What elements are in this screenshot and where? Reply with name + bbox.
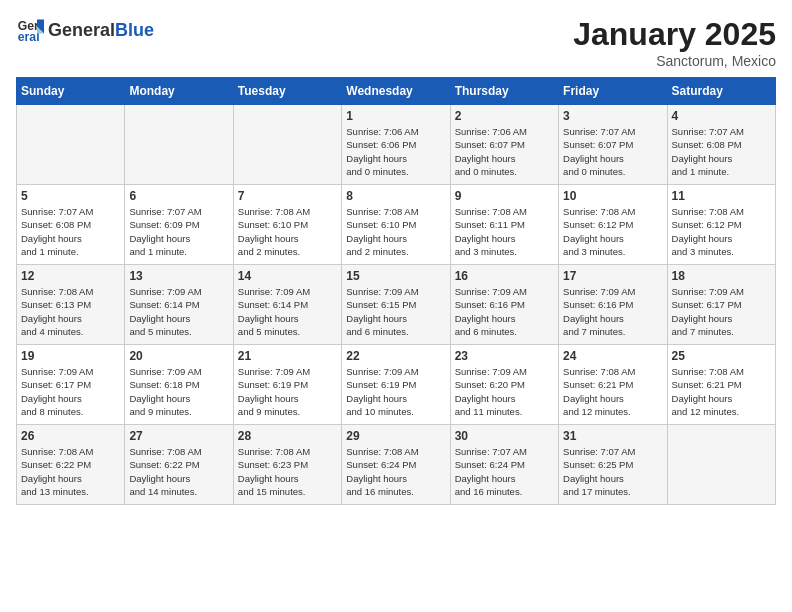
day-number: 16 bbox=[455, 269, 554, 283]
calendar-cell: 29Sunrise: 7:08 AMSunset: 6:24 PMDayligh… bbox=[342, 425, 450, 505]
calendar-cell: 22Sunrise: 7:09 AMSunset: 6:19 PMDayligh… bbox=[342, 345, 450, 425]
title-block: January 2025 Sanctorum, Mexico bbox=[573, 16, 776, 69]
calendar-cell: 31Sunrise: 7:07 AMSunset: 6:25 PMDayligh… bbox=[559, 425, 667, 505]
header-sunday: Sunday bbox=[17, 78, 125, 105]
calendar-week-1: 1Sunrise: 7:06 AMSunset: 6:06 PMDaylight… bbox=[17, 105, 776, 185]
day-info: Sunrise: 7:07 AMSunset: 6:09 PMDaylight … bbox=[129, 205, 228, 258]
day-info: Sunrise: 7:09 AMSunset: 6:16 PMDaylight … bbox=[455, 285, 554, 338]
logo: Gen eral GeneralBlue bbox=[16, 16, 154, 44]
calendar-title: January 2025 bbox=[573, 16, 776, 53]
calendar-cell: 18Sunrise: 7:09 AMSunset: 6:17 PMDayligh… bbox=[667, 265, 775, 345]
day-number: 20 bbox=[129, 349, 228, 363]
day-number: 25 bbox=[672, 349, 771, 363]
day-info: Sunrise: 7:07 AMSunset: 6:24 PMDaylight … bbox=[455, 445, 554, 498]
day-info: Sunrise: 7:09 AMSunset: 6:16 PMDaylight … bbox=[563, 285, 662, 338]
days-header-row: Sunday Monday Tuesday Wednesday Thursday… bbox=[17, 78, 776, 105]
calendar-cell: 12Sunrise: 7:08 AMSunset: 6:13 PMDayligh… bbox=[17, 265, 125, 345]
day-info: Sunrise: 7:09 AMSunset: 6:18 PMDaylight … bbox=[129, 365, 228, 418]
day-number: 13 bbox=[129, 269, 228, 283]
calendar-cell: 15Sunrise: 7:09 AMSunset: 6:15 PMDayligh… bbox=[342, 265, 450, 345]
calendar-cell: 30Sunrise: 7:07 AMSunset: 6:24 PMDayligh… bbox=[450, 425, 558, 505]
header-monday: Monday bbox=[125, 78, 233, 105]
day-number: 18 bbox=[672, 269, 771, 283]
calendar-cell: 16Sunrise: 7:09 AMSunset: 6:16 PMDayligh… bbox=[450, 265, 558, 345]
day-number: 21 bbox=[238, 349, 337, 363]
day-info: Sunrise: 7:09 AMSunset: 6:20 PMDaylight … bbox=[455, 365, 554, 418]
day-info: Sunrise: 7:09 AMSunset: 6:14 PMDaylight … bbox=[129, 285, 228, 338]
logo-text-blue: Blue bbox=[115, 20, 154, 40]
day-info: Sunrise: 7:08 AMSunset: 6:21 PMDaylight … bbox=[672, 365, 771, 418]
calendar-cell: 13Sunrise: 7:09 AMSunset: 6:14 PMDayligh… bbox=[125, 265, 233, 345]
logo-text-general: General bbox=[48, 20, 115, 40]
calendar-cell: 4Sunrise: 7:07 AMSunset: 6:08 PMDaylight… bbox=[667, 105, 775, 185]
header-friday: Friday bbox=[559, 78, 667, 105]
day-number: 5 bbox=[21, 189, 120, 203]
day-info: Sunrise: 7:08 AMSunset: 6:22 PMDaylight … bbox=[21, 445, 120, 498]
day-number: 26 bbox=[21, 429, 120, 443]
header-thursday: Thursday bbox=[450, 78, 558, 105]
calendar-week-5: 26Sunrise: 7:08 AMSunset: 6:22 PMDayligh… bbox=[17, 425, 776, 505]
day-info: Sunrise: 7:07 AMSunset: 6:25 PMDaylight … bbox=[563, 445, 662, 498]
calendar-cell: 8Sunrise: 7:08 AMSunset: 6:10 PMDaylight… bbox=[342, 185, 450, 265]
day-info: Sunrise: 7:07 AMSunset: 6:08 PMDaylight … bbox=[21, 205, 120, 258]
header-saturday: Saturday bbox=[667, 78, 775, 105]
day-number: 27 bbox=[129, 429, 228, 443]
calendar-cell: 9Sunrise: 7:08 AMSunset: 6:11 PMDaylight… bbox=[450, 185, 558, 265]
day-info: Sunrise: 7:09 AMSunset: 6:14 PMDaylight … bbox=[238, 285, 337, 338]
day-number: 11 bbox=[672, 189, 771, 203]
day-number: 31 bbox=[563, 429, 662, 443]
calendar-cell: 11Sunrise: 7:08 AMSunset: 6:12 PMDayligh… bbox=[667, 185, 775, 265]
day-info: Sunrise: 7:08 AMSunset: 6:11 PMDaylight … bbox=[455, 205, 554, 258]
day-info: Sunrise: 7:09 AMSunset: 6:17 PMDaylight … bbox=[21, 365, 120, 418]
day-number: 23 bbox=[455, 349, 554, 363]
calendar-cell: 25Sunrise: 7:08 AMSunset: 6:21 PMDayligh… bbox=[667, 345, 775, 425]
calendar-cell: 19Sunrise: 7:09 AMSunset: 6:17 PMDayligh… bbox=[17, 345, 125, 425]
day-number: 22 bbox=[346, 349, 445, 363]
day-info: Sunrise: 7:08 AMSunset: 6:21 PMDaylight … bbox=[563, 365, 662, 418]
svg-text:eral: eral bbox=[18, 30, 40, 44]
calendar-cell: 23Sunrise: 7:09 AMSunset: 6:20 PMDayligh… bbox=[450, 345, 558, 425]
day-number: 8 bbox=[346, 189, 445, 203]
day-number: 19 bbox=[21, 349, 120, 363]
calendar-cell bbox=[17, 105, 125, 185]
day-number: 28 bbox=[238, 429, 337, 443]
calendar-cell: 1Sunrise: 7:06 AMSunset: 6:06 PMDaylight… bbox=[342, 105, 450, 185]
calendar-cell: 26Sunrise: 7:08 AMSunset: 6:22 PMDayligh… bbox=[17, 425, 125, 505]
day-info: Sunrise: 7:08 AMSunset: 6:13 PMDaylight … bbox=[21, 285, 120, 338]
day-number: 14 bbox=[238, 269, 337, 283]
day-info: Sunrise: 7:08 AMSunset: 6:22 PMDaylight … bbox=[129, 445, 228, 498]
day-number: 6 bbox=[129, 189, 228, 203]
day-info: Sunrise: 7:08 AMSunset: 6:10 PMDaylight … bbox=[346, 205, 445, 258]
day-number: 12 bbox=[21, 269, 120, 283]
day-number: 3 bbox=[563, 109, 662, 123]
day-number: 1 bbox=[346, 109, 445, 123]
calendar-cell bbox=[233, 105, 341, 185]
day-number: 29 bbox=[346, 429, 445, 443]
calendar-table: Sunday Monday Tuesday Wednesday Thursday… bbox=[16, 77, 776, 505]
day-info: Sunrise: 7:09 AMSunset: 6:19 PMDaylight … bbox=[238, 365, 337, 418]
day-info: Sunrise: 7:06 AMSunset: 6:06 PMDaylight … bbox=[346, 125, 445, 178]
calendar-week-3: 12Sunrise: 7:08 AMSunset: 6:13 PMDayligh… bbox=[17, 265, 776, 345]
calendar-cell: 24Sunrise: 7:08 AMSunset: 6:21 PMDayligh… bbox=[559, 345, 667, 425]
calendar-cell: 28Sunrise: 7:08 AMSunset: 6:23 PMDayligh… bbox=[233, 425, 341, 505]
day-number: 30 bbox=[455, 429, 554, 443]
calendar-cell: 2Sunrise: 7:06 AMSunset: 6:07 PMDaylight… bbox=[450, 105, 558, 185]
calendar-cell bbox=[125, 105, 233, 185]
day-number: 7 bbox=[238, 189, 337, 203]
calendar-cell: 17Sunrise: 7:09 AMSunset: 6:16 PMDayligh… bbox=[559, 265, 667, 345]
calendar-cell bbox=[667, 425, 775, 505]
header-tuesday: Tuesday bbox=[233, 78, 341, 105]
day-info: Sunrise: 7:08 AMSunset: 6:24 PMDaylight … bbox=[346, 445, 445, 498]
day-number: 9 bbox=[455, 189, 554, 203]
calendar-cell: 6Sunrise: 7:07 AMSunset: 6:09 PMDaylight… bbox=[125, 185, 233, 265]
calendar-cell: 3Sunrise: 7:07 AMSunset: 6:07 PMDaylight… bbox=[559, 105, 667, 185]
day-info: Sunrise: 7:09 AMSunset: 6:15 PMDaylight … bbox=[346, 285, 445, 338]
day-number: 15 bbox=[346, 269, 445, 283]
page-header: Gen eral GeneralBlue January 2025 Sancto… bbox=[16, 16, 776, 69]
calendar-cell: 21Sunrise: 7:09 AMSunset: 6:19 PMDayligh… bbox=[233, 345, 341, 425]
day-info: Sunrise: 7:08 AMSunset: 6:10 PMDaylight … bbox=[238, 205, 337, 258]
day-info: Sunrise: 7:07 AMSunset: 6:08 PMDaylight … bbox=[672, 125, 771, 178]
day-info: Sunrise: 7:08 AMSunset: 6:12 PMDaylight … bbox=[672, 205, 771, 258]
calendar-cell: 27Sunrise: 7:08 AMSunset: 6:22 PMDayligh… bbox=[125, 425, 233, 505]
day-info: Sunrise: 7:09 AMSunset: 6:17 PMDaylight … bbox=[672, 285, 771, 338]
